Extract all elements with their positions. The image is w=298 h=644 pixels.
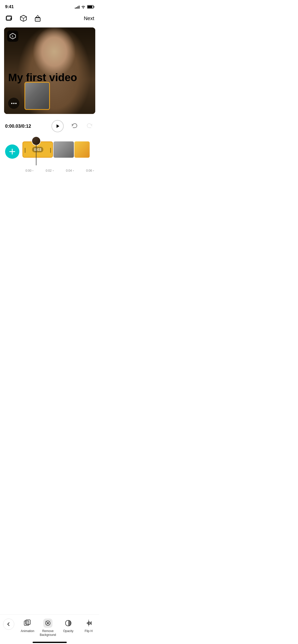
export-button[interactable] [34, 14, 42, 22]
svg-rect-14 [36, 19, 40, 21]
svg-marker-11 [36, 15, 39, 17]
signal-bars-icon [75, 5, 79, 9]
playback-controls: 0:00.03/0:12 [5, 120, 94, 132]
more-options-button[interactable] [8, 98, 19, 109]
undo-button[interactable] [70, 122, 79, 131]
scrubber-head[interactable] [32, 136, 41, 165]
timeline-scroll[interactable]: 0:03 [22, 136, 94, 167]
next-button[interactable]: Next [84, 16, 94, 21]
ruler-mark-3: 0:06 [86, 169, 94, 172]
playback-buttons [51, 120, 94, 132]
svg-rect-2 [88, 6, 92, 8]
timeline-ruler: 0:00 0:02 0:04 0:06 [5, 169, 94, 172]
clip-handle-right[interactable] [49, 142, 52, 158]
nav-icon-group [5, 14, 42, 22]
play-button[interactable] [51, 120, 64, 132]
more-dot-3 [15, 103, 17, 104]
video-overlay-text[interactable]: My first video [8, 72, 91, 83]
video-background: My first video L [4, 27, 95, 114]
more-dot-1 [11, 103, 12, 104]
status-time: 9:41 [5, 4, 14, 9]
top-nav: Next [0, 12, 99, 25]
svg-text:L: L [12, 35, 14, 38]
timeline-area: 0:03 [5, 136, 94, 167]
thumbnail-overlay[interactable] [24, 82, 50, 110]
ar-button[interactable] [19, 14, 28, 22]
add-clip-button[interactable] [5, 144, 19, 159]
scrubber-line [36, 145, 36, 165]
svg-marker-8 [20, 15, 26, 18]
status-icons [75, 5, 94, 9]
clip-thumbnail-3[interactable] [74, 141, 90, 158]
layer-badge[interactable]: L [7, 31, 18, 42]
svg-rect-1 [94, 6, 94, 8]
ruler-mark-0: 0:00 [25, 169, 33, 172]
svg-marker-17 [57, 124, 59, 128]
battery-icon [87, 5, 94, 9]
scrubber-thumbnail [32, 136, 41, 145]
video-preview: My first video L [4, 27, 95, 114]
time-display: 0:00.03/0:12 [5, 124, 31, 129]
add-layer-button[interactable] [5, 14, 13, 22]
ruler-mark-1: 0:02 [46, 169, 53, 172]
clip-handle-left[interactable] [23, 142, 27, 158]
wifi-icon [81, 5, 86, 9]
clip-thumbnail-2[interactable] [53, 141, 74, 158]
status-bar: 9:41 [0, 0, 99, 12]
thumbnail-image [25, 83, 49, 109]
more-dot-2 [13, 103, 15, 104]
ruler-mark-2: 0:04 [66, 169, 74, 172]
redo-button[interactable] [85, 122, 94, 131]
timeline-section: 0:00.03/0:12 [0, 116, 99, 174]
